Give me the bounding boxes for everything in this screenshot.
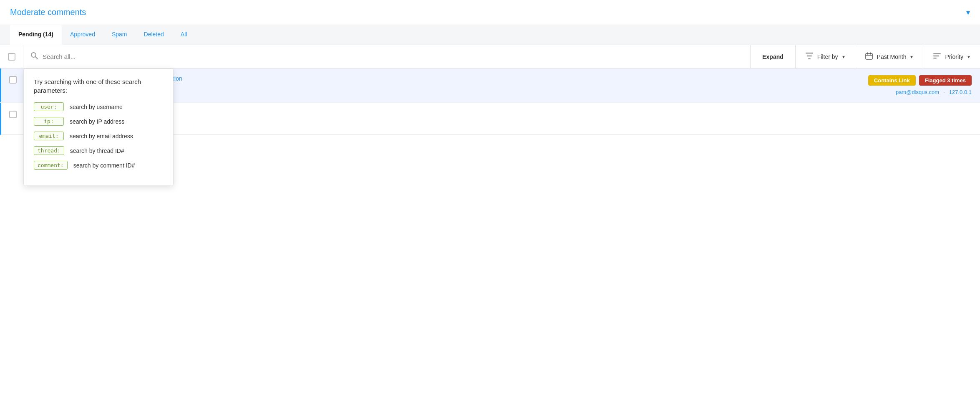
search-bar: [23, 45, 750, 68]
param-row-thread: thread: search by thread ID#: [34, 146, 163, 155]
select-all-checkbox-wrap: [0, 45, 23, 68]
calendar-icon: [865, 52, 873, 61]
param-tag-user[interactable]: user:: [34, 102, 64, 111]
param-row-ip: ip: search by IP address: [34, 117, 163, 126]
sort-icon: [933, 53, 941, 61]
param-desc-comment: search by comment ID#: [73, 162, 135, 169]
comment-ip[interactable]: 127.0.0.1: [949, 89, 972, 95]
sort-chevron-icon: ▾: [967, 54, 970, 60]
param-tag-comment[interactable]: comment:: [34, 161, 68, 170]
select-all-checkbox[interactable]: [8, 53, 15, 61]
badges-1: Contains Link Flagged 3 times: [868, 75, 972, 86]
param-row-email: email: search by email address: [34, 132, 163, 140]
row-checkbox-1: [1, 69, 25, 102]
tabs-bar: Pending (14) Approved Spam Deleted All: [0, 25, 980, 45]
param-row-user: user: search by username: [34, 102, 163, 111]
tab-approved[interactable]: Approved: [62, 25, 103, 45]
svg-rect-2: [866, 53, 872, 59]
filter-label: Filter by: [817, 53, 838, 60]
dropdown-title: Try searching with one of these search p…: [34, 77, 163, 95]
date-chevron-icon: ▾: [910, 54, 913, 60]
badge-flagged: Flagged 3 times: [919, 75, 972, 86]
param-desc-ip: search by IP address: [70, 118, 124, 125]
badge-contains-link: Contains Link: [868, 75, 916, 86]
date-label: Past Month: [877, 53, 907, 60]
param-tag-ip[interactable]: ip:: [34, 117, 64, 126]
page-header: Moderate comments ▾: [0, 0, 980, 25]
comment-meta-1: Contains Link Flagged 3 times pam@disqus…: [838, 69, 980, 102]
page-title: Moderate comments: [10, 8, 86, 17]
param-tag-thread[interactable]: thread:: [34, 146, 64, 155]
tab-spam[interactable]: Spam: [103, 25, 136, 45]
comment-email[interactable]: pam@disqus.com: [896, 89, 939, 95]
filter-icon: [806, 53, 813, 61]
search-input[interactable]: [43, 53, 743, 60]
comment-checkbox-1[interactable]: [9, 76, 17, 84]
tab-all[interactable]: All: [172, 25, 196, 45]
svg-line-1: [35, 57, 38, 59]
comment-checkbox-2[interactable]: [9, 111, 17, 118]
comment-info-1: pam@disqus.com · 127.0.0.1: [896, 89, 972, 95]
param-row-comment: comment: search by comment ID#: [34, 161, 163, 170]
param-tag-email[interactable]: email:: [34, 132, 64, 140]
sort-button[interactable]: Priority ▾: [923, 45, 980, 68]
search-dropdown: Try searching with one of these search p…: [23, 69, 174, 186]
param-desc-user: search by username: [70, 104, 123, 110]
search-section: Try searching with one of these search p…: [23, 45, 751, 68]
param-desc-email: search by email address: [70, 133, 133, 140]
expand-button[interactable]: Expand: [751, 45, 796, 68]
comment-meta-2: [838, 103, 980, 135]
tab-deleted[interactable]: Deleted: [136, 25, 172, 45]
row-checkbox-2: [1, 103, 25, 135]
filter-button[interactable]: Filter by ▾: [796, 45, 855, 68]
sort-label: Priority: [945, 53, 963, 60]
date-filter-button[interactable]: Past Month ▾: [855, 45, 924, 68]
search-icon: [30, 51, 38, 62]
tab-pending[interactable]: Pending (14): [10, 25, 62, 45]
filter-chevron-icon: ▾: [842, 54, 845, 60]
toolbar: Try searching with one of these search p…: [0, 45, 980, 69]
param-desc-thread: search by thread ID#: [70, 147, 124, 154]
header-chevron-icon[interactable]: ▾: [966, 8, 970, 17]
